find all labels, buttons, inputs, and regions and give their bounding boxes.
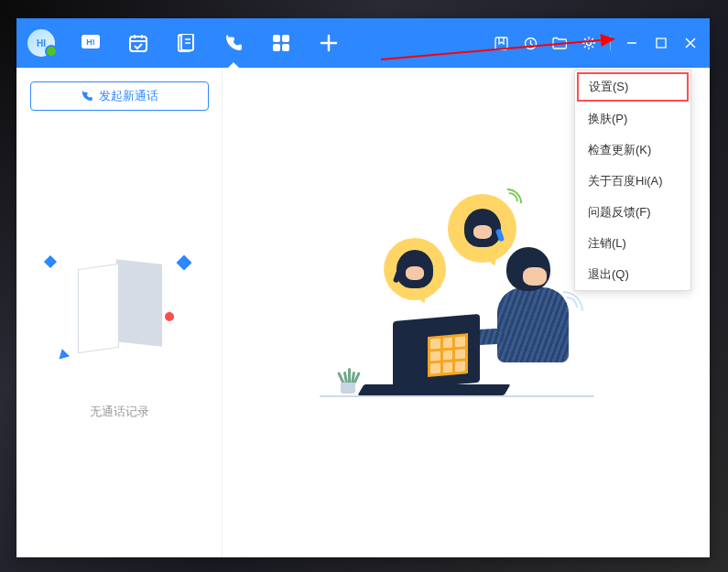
close-button[interactable]	[682, 35, 699, 51]
menu-item-logout[interactable]: 注销(L)	[575, 228, 690, 259]
menu-item-check-update[interactable]: 检查更新(K)	[575, 135, 690, 166]
new-call-label: 发起新通话	[99, 88, 158, 104]
maximize-button[interactable]	[653, 35, 669, 51]
menu-item-exit[interactable]: 退出(Q)	[575, 259, 690, 290]
empty-state-illustration	[41, 248, 197, 385]
sidebar: 发起新通话 无通话记录	[16, 68, 223, 557]
svg-rect-4	[181, 34, 193, 50]
user-avatar[interactable]: HI	[27, 29, 55, 57]
svg-rect-12	[657, 38, 666, 48]
svg-rect-2	[130, 37, 147, 51]
menu-item-settings[interactable]: 设置(S)	[577, 72, 689, 102]
settings-gear-icon[interactable]	[581, 35, 597, 51]
notes-tab-icon[interactable]	[176, 33, 196, 53]
messages-tab-icon[interactable]: H!	[81, 33, 101, 53]
settings-context-menu: 设置(S) 换肤(P) 检查更新(K) 关于百度Hi(A) 问题反馈(F) 注销…	[574, 70, 691, 291]
svg-rect-5	[273, 35, 280, 42]
menu-item-skin[interactable]: 换肤(P)	[575, 103, 690, 135]
svg-rect-6	[282, 35, 289, 42]
calendar-tab-icon[interactable]	[128, 33, 148, 53]
apps-tab-icon[interactable]	[271, 33, 291, 53]
app-window: HI H!	[16, 18, 710, 557]
add-tab-icon[interactable]	[319, 33, 339, 53]
menu-item-feedback[interactable]: 问题反馈(F)	[575, 197, 690, 228]
empty-state-text: 无通话记录	[90, 404, 149, 420]
svg-text:H!: H!	[86, 38, 95, 47]
svg-rect-7	[273, 44, 280, 51]
phone-icon	[81, 90, 93, 103]
svg-rect-8	[282, 44, 289, 51]
minimize-button[interactable]	[624, 35, 640, 51]
main-toolbar: H!	[81, 33, 339, 53]
window-controls	[493, 35, 699, 51]
phone-tab-icon[interactable]	[223, 33, 244, 53]
menu-item-about[interactable]: 关于百度Hi(A)	[575, 166, 690, 197]
history-icon[interactable]	[522, 35, 538, 51]
new-call-button[interactable]: 发起新通话	[30, 81, 209, 111]
